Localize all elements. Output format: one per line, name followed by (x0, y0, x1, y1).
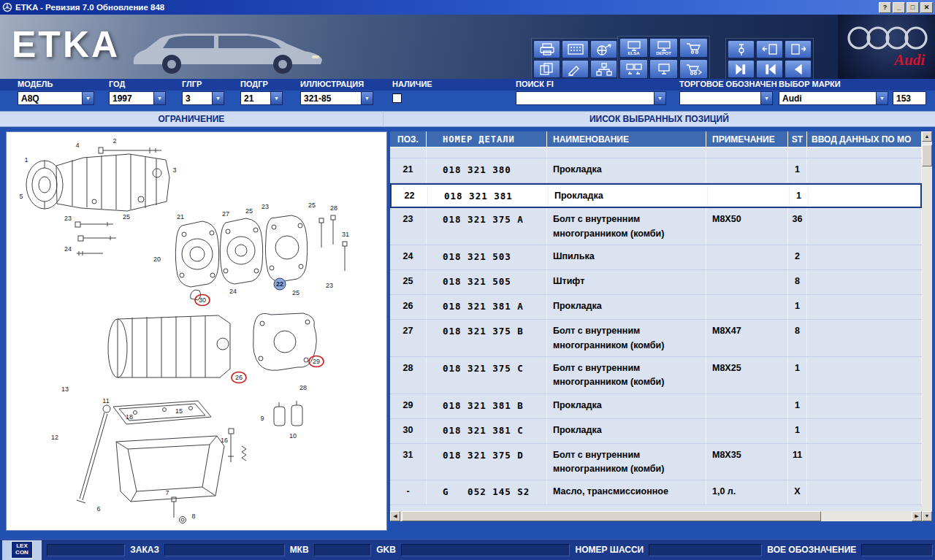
availability-checkbox[interactable] (392, 93, 402, 103)
part-row-21[interactable]: 21018 321 380Прокладка1 (390, 158, 922, 183)
send-icon[interactable] (590, 40, 617, 58)
scroll-up-icon[interactable]: ▲ (922, 131, 932, 142)
part-row-25[interactable]: 25018 321 505Штифт8 (390, 270, 922, 295)
parts-diagram[interactable]: 2413523252124202725232528312425233022131… (7, 132, 386, 530)
nav-end-icon[interactable] (728, 60, 755, 78)
cell-extra (807, 357, 922, 394)
part-row-22[interactable]: 22018 321 381Прокладка1 (390, 183, 922, 208)
part-row[interactable] (390, 147, 922, 158)
cell-name: Болт с внутренним многогранником (комби) (547, 320, 706, 356)
cell-name (547, 147, 706, 158)
cell-pos: 22 (392, 185, 428, 207)
print-icon[interactable] (533, 40, 560, 58)
cell-part: 018 321 381 A (427, 295, 547, 319)
part-row-28[interactable]: 28018 321 375 CБолт с внутренним многогр… (390, 357, 922, 394)
status-chassis-label[interactable]: НОМЕР ШАССИ (575, 545, 644, 555)
help-button[interactable]: ? (879, 2, 891, 13)
scroll-down-icon[interactable]: ▼ (922, 511, 932, 521)
part-row-29[interactable]: 29018 321 381 BПрокладка1 (390, 394, 922, 419)
status-order-label[interactable]: ЗАКАЗ (130, 545, 159, 555)
svg-text:5: 5 (19, 193, 23, 200)
filter-counter: 153 (893, 79, 926, 105)
callout-26-circled[interactable]: 26 (232, 372, 246, 383)
copy-icon[interactable] (533, 60, 560, 78)
callout-15: 15 (175, 407, 183, 415)
cell-pos: 26 (390, 295, 427, 319)
cell-extra (807, 419, 922, 443)
edit-icon[interactable] (562, 60, 589, 78)
dropdown-arrow-icon[interactable]: ▼ (876, 92, 888, 104)
page-prev-icon[interactable] (756, 40, 783, 58)
cart-checkout-icon[interactable] (679, 59, 708, 79)
cell-pos: 25 (390, 270, 427, 294)
model-dropdown[interactable]: A8Q ▼ (18, 91, 94, 105)
dropdown-arrow-icon[interactable]: ▼ (153, 92, 165, 104)
part-row[interactable]: -G 052 145 S2Масло, трансмиссионное1,0 л… (390, 480, 922, 505)
scroll-left-icon[interactable]: ◀ (390, 511, 400, 521)
search-fi-dropdown[interactable]: ▼ (516, 91, 666, 105)
part-row-23[interactable]: 23018 321 375 AБолт с внутренним многогр… (390, 208, 922, 245)
part-row-27[interactable]: 27018 321 375 BБолт с внутренним многогр… (390, 320, 922, 357)
cell-extra (809, 185, 920, 207)
cell-name: Штифт (547, 270, 706, 294)
part-row-26[interactable]: 26018 321 381 AПрокладка1 (390, 295, 922, 320)
callout-2: 2 (112, 137, 116, 145)
toolbar-catalog-group: ELSA DEPOT (617, 36, 710, 79)
horizontal-scrollbar-thumb[interactable] (402, 511, 821, 521)
cell-note: 1,0 л. (706, 480, 788, 505)
table-vertical-scrollbar[interactable]: ▲ ▼ (922, 131, 932, 521)
part-row-31[interactable]: 31018 321 375 DБолт с внутренним многогр… (390, 444, 922, 481)
dropdown-arrow-icon[interactable]: ▼ (361, 92, 373, 104)
dropdown-arrow-icon[interactable]: ▼ (654, 92, 665, 104)
status-mkb-label[interactable]: МКВ (290, 545, 309, 555)
close-button[interactable]: ✕ (920, 2, 933, 13)
page-next-icon[interactable] (785, 40, 812, 58)
part-row-30[interactable]: 30018 321 381 CПрокладка1 (390, 419, 922, 444)
search-fi-label: ПОИСК FI (516, 79, 666, 90)
pin-icon[interactable] (728, 40, 755, 58)
callout-27: 27 (222, 210, 229, 218)
main-group-dropdown[interactable]: 3 ▼ (182, 91, 224, 105)
network-icon[interactable] (590, 60, 617, 78)
dropdown-arrow-icon[interactable]: ▼ (270, 92, 282, 104)
cell-st (788, 147, 807, 158)
elsa-icon[interactable]: ELSA (619, 38, 648, 58)
cell-st: 1 (788, 357, 807, 394)
depot-icon[interactable]: DEPOT (649, 38, 678, 58)
dropdown-arrow-icon[interactable]: ▼ (82, 92, 94, 104)
column-header-part[interactable]: НОМЕР ДЕТАЛИ (427, 131, 547, 147)
illustration-dropdown[interactable]: 321-85 ▼ (300, 91, 373, 105)
maximize-button[interactable]: □ (907, 2, 919, 13)
cart-icon[interactable] (679, 38, 708, 58)
part-row-24[interactable]: 24018 321 503Шпилька2 (390, 245, 922, 270)
dropdown-arrow-icon[interactable]: ▼ (212, 92, 224, 104)
column-header-st[interactable]: ST (788, 131, 807, 147)
dropdown-arrow-icon[interactable]: ▼ (760, 92, 772, 104)
nav-back-icon[interactable] (785, 60, 812, 78)
monitor-pair-icon[interactable] (619, 59, 648, 79)
cell-name: Прокладка (547, 419, 706, 443)
monitor-icon[interactable] (649, 59, 678, 79)
status-gkb-label[interactable]: GKB (376, 545, 396, 555)
column-header-pos[interactable]: ПОЗ. (390, 131, 427, 147)
cell-st: 11 (788, 444, 807, 480)
minimize-button[interactable]: _ (893, 2, 905, 13)
callout-10: 10 (289, 432, 297, 440)
brand-label: ВЫБОР МАРКИ (779, 79, 888, 90)
callout-22-selected[interactable]: 22 (274, 278, 286, 290)
table-horizontal-scrollbar[interactable]: ◀ ▶ (390, 511, 922, 521)
status-designation-label[interactable]: ВОЕ ОБОЗНАЧЕНИЕ (767, 545, 856, 555)
counter-field[interactable]: 153 (893, 91, 926, 105)
scroll-right-icon[interactable]: ▶ (912, 511, 922, 521)
year-dropdown[interactable]: 1997 ▼ (109, 91, 166, 105)
svg-text:16: 16 (221, 437, 228, 444)
column-header-extra[interactable]: ВВОД ДАННЫХ ПО МО (807, 131, 922, 147)
vertical-scrollbar-thumb[interactable] (922, 145, 932, 166)
nav-start-icon[interactable] (756, 60, 783, 78)
column-header-note[interactable]: ПРИМЕЧАНИЕ (706, 131, 788, 147)
frame-icon[interactable] (562, 40, 589, 58)
sub-group-dropdown[interactable]: 21 ▼ (240, 91, 283, 105)
brand-dropdown[interactable]: Audi ▼ (779, 91, 888, 105)
trade-designation-dropdown[interactable]: ▼ (679, 91, 773, 105)
column-header-name[interactable]: НАИМЕНОВАНИЕ (547, 131, 706, 147)
